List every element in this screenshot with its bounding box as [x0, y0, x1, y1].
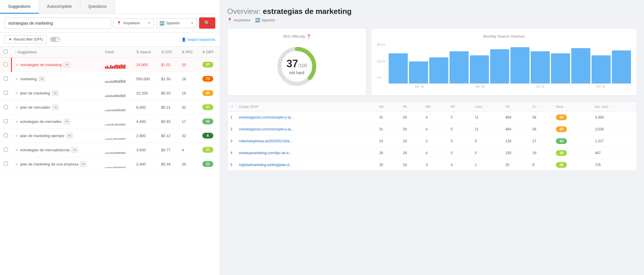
serp-link[interactable]: crecenegocios.com/concepto-y-ej...: [239, 127, 294, 131]
select-all-checkbox[interactable]: [3, 50, 8, 54]
serp-header-visits[interactable]: Est. visits: [592, 102, 637, 112]
import-keywords-button[interactable]: 👤 Import keywords: [181, 37, 215, 42]
filter-toggle[interactable]: ✕: [50, 37, 61, 42]
serp-header-mr[interactable]: MR: [423, 102, 448, 112]
help-icon[interactable]: ❓: [306, 34, 311, 39]
row-checkbox[interactable]: [4, 147, 8, 152]
row-checkbox[interactable]: [4, 91, 8, 95]
keyword-arrow-button[interactable]: ↪: [80, 161, 87, 167]
ppc-value: 26: [182, 162, 186, 166]
star-icon[interactable]: ★: [15, 134, 19, 138]
serp-link[interactable]: smartupmarketing.com/tips-de-e...: [239, 151, 292, 155]
trend-bar: [124, 94, 125, 97]
keyword-cell: ★ plan de marketing ejemplo ↪: [15, 133, 98, 139]
serp-links: 11: [472, 112, 503, 123]
trend-bar: [105, 66, 106, 69]
star-icon[interactable]: ★: [15, 77, 19, 81]
keyword-arrow-button[interactable]: ↪: [71, 147, 78, 153]
volume-bar: [450, 51, 469, 83]
tabs-bar: Suggestions Autocomplete Questions: [0, 0, 220, 14]
trend-bar: [107, 167, 108, 168]
search-button[interactable]: 🔍: [199, 17, 215, 29]
serp-rank-badge: 40: [556, 114, 567, 120]
serp-mt: 5: [448, 112, 472, 123]
serp-header-links[interactable]: Links: [472, 102, 503, 112]
star-icon[interactable]: ★: [15, 91, 19, 95]
star-icon[interactable]: ★: [15, 119, 19, 124]
row-checkbox[interactable]: [4, 105, 8, 109]
serp-link[interactable]: robertoespinosa.es/2015/01/16/e...: [239, 139, 292, 143]
serp-header-fb[interactable]: FB: [503, 102, 530, 112]
x-label-jan: Jan '16: [414, 85, 424, 88]
star-icon[interactable]: ★: [15, 63, 19, 67]
header-diff[interactable]: ⇅ DIFF: [199, 47, 220, 58]
tab-suggestions[interactable]: Suggestions: [0, 0, 39, 14]
trend-bar: [122, 95, 124, 97]
keyword-arrow-button[interactable]: ↪: [66, 133, 73, 139]
header-cpc[interactable]: ⇅ CPC: [158, 47, 178, 58]
filter-icon: ▼: [8, 37, 12, 41]
header-suggestions[interactable]: ↓ Suggestions: [12, 47, 101, 58]
trend-bars: [105, 61, 129, 69]
row-checkbox[interactable]: [4, 133, 8, 137]
serp-visits: 3,493: [592, 112, 637, 123]
keyword-arrow-button[interactable]: ↪: [63, 62, 70, 68]
keyword-arrow-button[interactable]: ↪: [63, 119, 70, 124]
serp-header-rank[interactable]: Rank: [553, 102, 592, 112]
star-icon[interactable]: ★: [15, 105, 19, 110]
trend-bars: [105, 117, 129, 125]
trend-bar: [107, 152, 108, 154]
trend-bar: [124, 124, 125, 125]
trend-bar: [114, 109, 115, 111]
trend-bar: [112, 81, 113, 83]
meta-language-icon: 🔤: [255, 18, 260, 22]
row-checkbox[interactable]: [4, 119, 8, 123]
keyword-arrow-button[interactable]: ↪: [52, 105, 59, 110]
keyword-cell: ★ plan de marketing de una empresa ↪: [15, 161, 98, 167]
search-input[interactable]: [5, 18, 111, 29]
serp-header-url[interactable]: Google SERP: [236, 102, 376, 112]
serp-header-mt[interactable]: MT: [448, 102, 472, 112]
serp-link[interactable]: crecenegocios.com/concepto-y-ej...: [239, 115, 294, 119]
serp-header-pa[interactable]: PA: [400, 102, 423, 112]
trend-bar: [108, 95, 110, 97]
toggle-switch[interactable]: ✕: [50, 37, 61, 42]
tab-questions[interactable]: Questions: [80, 0, 115, 14]
location-dropdown[interactable]: 📍 Anywhere ▼: [113, 18, 154, 28]
cpc-value: $0.12: [161, 134, 171, 138]
meta-language: 🔤 Spanish: [255, 18, 275, 22]
serp-mt: 5: [448, 123, 472, 135]
star-icon[interactable]: ★: [15, 148, 19, 152]
serp-link[interactable]: mglobalmarketing.es/blog/plan-d...: [239, 163, 292, 167]
star-icon[interactable]: ★: [15, 162, 19, 166]
trend-bar: [105, 110, 106, 111]
keyword-arrow-button[interactable]: ↪: [52, 90, 59, 96]
header-search[interactable]: ⇅ Search: [133, 47, 158, 58]
trend-bar: [117, 167, 119, 168]
serp-visits: 2,028: [592, 123, 637, 135]
serp-table: ↗ Google SERP DA PA MR MT Links FB G+ Ra…: [228, 102, 637, 171]
language-dropdown[interactable]: 🔤 Spanish ▼: [156, 18, 197, 28]
row-checkbox[interactable]: [3, 62, 8, 66]
trend-bar: [108, 167, 110, 168]
serp-header-gplus[interactable]: G+: [530, 102, 553, 112]
tab-autocomplete[interactable]: Autocomplete: [39, 0, 80, 14]
header-trend[interactable]: Trend: [101, 47, 133, 58]
row-checkbox[interactable]: [4, 162, 8, 166]
serp-header-da[interactable]: DA: [376, 102, 400, 112]
trend-bar: [110, 138, 112, 140]
volume-bar: [531, 51, 550, 83]
volume-bar: [510, 47, 530, 83]
serp-fb: 126: [503, 135, 530, 147]
trend-bar: [119, 65, 120, 69]
trend-bar: [121, 94, 122, 97]
search-volume: 22,200: [136, 91, 148, 95]
trend-bar: [105, 81, 106, 83]
row-checkbox[interactable]: [4, 77, 8, 81]
ppc-value: 17: [182, 119, 186, 124]
trend-bar: [105, 96, 106, 97]
left-panel: Suggestions Autocomplete Questions 📍 Any…: [0, 0, 220, 275]
header-ppc[interactable]: ⇅ PPC: [178, 47, 199, 58]
keyword-arrow-button[interactable]: ↪: [39, 76, 45, 82]
filter-button[interactable]: ▼ Results filter (OFF): [5, 35, 47, 43]
